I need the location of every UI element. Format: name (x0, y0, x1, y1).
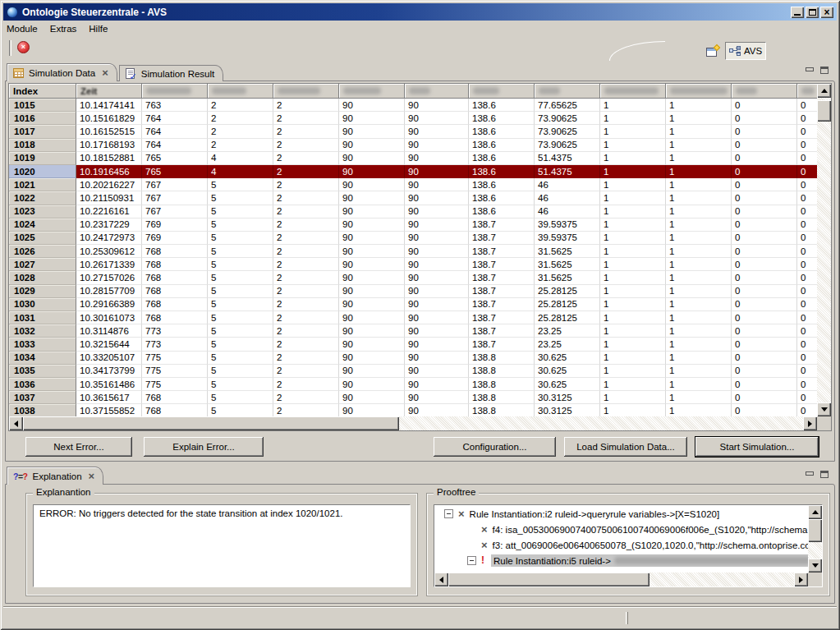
table-cell[interactable]: 90 (339, 391, 405, 404)
table-cell[interactable]: 765 (142, 165, 208, 178)
table-cell[interactable]: 0 (797, 378, 817, 391)
table-cell[interactable]: 1 (600, 391, 666, 404)
table-cell[interactable]: 768 (142, 285, 208, 298)
table-cell[interactable]: 138.7 (469, 218, 535, 232)
table-cell[interactable]: 0 (732, 311, 797, 324)
column-header-index[interactable]: Index (9, 84, 76, 99)
table-cell[interactable]: 90 (339, 298, 405, 311)
table-cell[interactable]: 0 (797, 205, 817, 218)
table-cell[interactable]: 138.8 (469, 391, 535, 404)
table-cell[interactable]: 90 (339, 404, 405, 416)
table-cell[interactable]: 90 (339, 99, 405, 112)
table-cell[interactable]: 10.33205107 (76, 352, 142, 365)
scroll-left-button[interactable] (9, 416, 23, 430)
open-perspective-button[interactable] (701, 44, 721, 60)
table-cell[interactable]: 0 (732, 152, 797, 165)
table-cell[interactable]: 90 (405, 271, 469, 284)
table-cell[interactable]: 90 (405, 191, 469, 205)
close-tab-icon[interactable]: × (89, 471, 95, 481)
close-button[interactable]: × (820, 7, 833, 18)
table-row[interactable]: 103810.37155852768529090138.830.31251100 (9, 404, 817, 416)
table-cell[interactable]: 5 (208, 352, 273, 365)
explanation-text-area[interactable]: ERROR: No triggers detected for the stat… (33, 504, 411, 587)
table-cell[interactable]: 90 (405, 338, 469, 351)
maximize-view-icon[interactable] (820, 471, 829, 478)
table-cell[interactable]: 31.5625 (535, 245, 600, 258)
scroll-down-button[interactable] (808, 559, 822, 573)
table-cell[interactable]: 25.28125 (535, 311, 600, 324)
row-index-cell[interactable]: 1015 (9, 99, 76, 112)
tab-simulation-result[interactable]: Simulation Result (119, 65, 223, 81)
table-cell[interactable]: 767 (142, 205, 208, 218)
table-cell[interactable]: 1 (666, 178, 732, 191)
table-cell[interactable]: 1 (666, 165, 732, 178)
table-cell[interactable]: 0 (732, 178, 797, 191)
table-cell[interactable]: 0 (797, 178, 817, 191)
tab-simulation-data[interactable]: Simulation Data× (7, 63, 117, 81)
table-cell[interactable]: 0 (732, 404, 797, 416)
table-cell[interactable]: 1 (600, 165, 666, 178)
row-index-cell[interactable]: 1026 (9, 245, 76, 258)
maximize-button[interactable] (806, 7, 819, 18)
table-cell[interactable]: 1 (600, 271, 666, 284)
table-cell[interactable]: 138.7 (469, 324, 535, 338)
table-cell[interactable]: 0 (797, 298, 817, 311)
row-index-cell[interactable]: 1036 (9, 378, 76, 391)
table-row[interactable]: 102910.28157709768529090138.725.28125110… (9, 285, 817, 298)
table-cell[interactable]: 1 (600, 338, 666, 351)
table-cell[interactable]: 138.7 (469, 258, 535, 271)
table-cell[interactable]: 5 (208, 298, 273, 311)
table-cell[interactable]: 10.28157709 (76, 285, 142, 298)
table-row[interactable]: 103110.30161073768529090138.725.28125110… (9, 311, 817, 324)
table-cell[interactable]: 0 (797, 324, 817, 338)
row-index-cell[interactable]: 1037 (9, 391, 76, 404)
row-index-cell[interactable]: 1023 (9, 205, 76, 218)
table-cell[interactable]: 1 (600, 112, 666, 125)
table-cell[interactable]: 10.26171339 (76, 258, 142, 271)
table-cell[interactable]: 10.29166389 (76, 298, 142, 311)
table-cell[interactable]: 0 (732, 191, 797, 205)
table-cell[interactable]: 138.6 (469, 139, 535, 152)
table-cell[interactable]: 90 (339, 324, 405, 338)
scroll-down-button[interactable] (817, 402, 831, 416)
table-cell[interactable]: 0 (732, 112, 797, 125)
table-cell[interactable]: 2 (273, 191, 339, 205)
table-cell[interactable]: 1 (600, 378, 666, 391)
table-cell[interactable]: 1 (666, 338, 732, 351)
table-cell[interactable]: 90 (405, 112, 469, 125)
table-cell[interactable]: 768 (142, 245, 208, 258)
table-row[interactable]: 103610.35161486775529090138.830.6251100 (9, 378, 817, 391)
configuration-button[interactable]: Configuration... (434, 437, 556, 457)
table-cell[interactable]: 1 (600, 99, 666, 112)
menu-item-extras[interactable]: Extras (50, 22, 85, 35)
table-cell[interactable]: 10.20216227 (76, 178, 142, 191)
table-cell[interactable]: 1 (666, 285, 732, 298)
table-cell[interactable]: 138.7 (469, 298, 535, 311)
table-cell[interactable]: 90 (339, 352, 405, 365)
table-cell[interactable]: 10.2317229 (76, 218, 142, 232)
table-cell[interactable]: 90 (405, 205, 469, 218)
table-cell[interactable]: 90 (405, 152, 469, 165)
table-cell[interactable]: 2 (208, 112, 273, 125)
table-cell[interactable]: 2 (273, 324, 339, 338)
table-cell[interactable]: 5 (208, 258, 273, 271)
table-cell[interactable]: 5 (208, 178, 273, 191)
column-header-redacted-2[interactable] (142, 84, 208, 99)
table-cell[interactable]: 10.18152881 (76, 152, 142, 165)
table-cell[interactable]: 0 (732, 365, 797, 378)
table-cell[interactable]: 1 (666, 232, 732, 245)
table-cell[interactable]: 0 (732, 125, 797, 138)
table-cell[interactable]: 2 (273, 165, 339, 178)
table-row[interactable]: 103510.34173799775529090138.830.6251100 (9, 365, 817, 378)
table-horizontal-scrollbar[interactable] (9, 416, 817, 430)
table-cell[interactable]: 2 (273, 205, 339, 218)
table-cell[interactable]: 90 (339, 378, 405, 391)
row-index-cell[interactable]: 1020 (9, 165, 76, 178)
close-tab-icon[interactable]: × (102, 68, 108, 77)
table-row[interactable]: 103410.33205107775529090138.830.6251100 (9, 352, 817, 365)
table-cell[interactable]: 769 (142, 232, 208, 245)
table-cell[interactable]: 1 (600, 152, 666, 165)
table-cell[interactable]: 2 (208, 139, 273, 152)
table-cell[interactable]: 0 (732, 391, 797, 404)
table-cell[interactable]: 5 (208, 404, 273, 416)
